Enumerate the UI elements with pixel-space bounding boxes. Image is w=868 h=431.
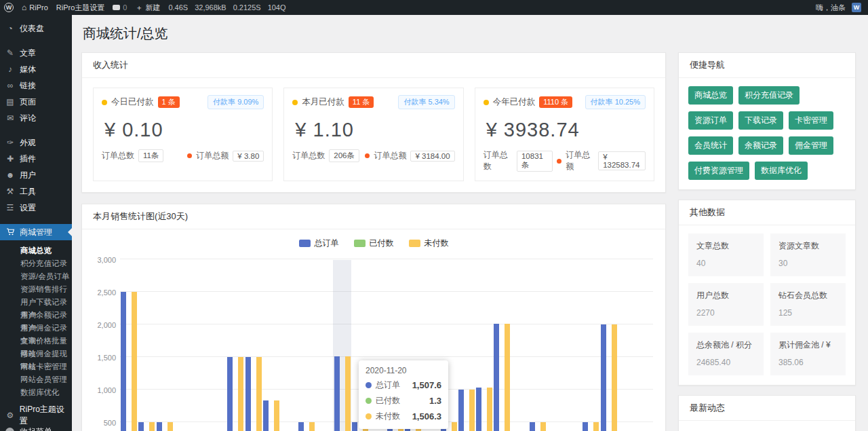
chart-plot-area[interactable]: 05001,0001,5002,0002,5003,0002020-11-20总… [120, 260, 653, 431]
data-stat-value: 2270 [696, 308, 755, 318]
site-menu[interactable]: ⌂ RiPro [22, 0, 48, 15]
bar-group[interactable] [298, 260, 315, 431]
card-footer: 订单总数11条订单总额¥ 3.80 [102, 149, 264, 162]
chart-panel-title: 本月销售统计图(近30天) [82, 204, 665, 229]
legend-item[interactable]: 已付数 [354, 238, 394, 249]
quick-nav-button[interactable]: 资源订单 [688, 111, 733, 130]
theme-settings-menu[interactable]: RiPro主题设置 [56, 0, 105, 15]
bar-group[interactable] [618, 260, 635, 431]
amount-total-label: 订单总额 [374, 150, 406, 162]
sidebar-item-label: 链接 [20, 80, 36, 92]
sidebar-item-shop[interactable]: 商城管理 [0, 224, 72, 240]
quick-nav-button[interactable]: 积分充值记录 [738, 86, 800, 105]
bar-group[interactable] [582, 260, 599, 431]
submenu-item[interactable]: 资源销售排行 [0, 283, 72, 296]
bar-group[interactable] [315, 260, 333, 431]
bar-group[interactable] [475, 260, 493, 431]
chart-tooltip: 2020-11-20总订单1,507.6已付数1.3未付数1,506.3 [359, 360, 448, 429]
new-content-menu[interactable]: ＋ 新建 [135, 0, 160, 15]
perf-stat: 32,968kB [195, 3, 226, 12]
status-dot-icon [484, 100, 489, 105]
bar-group[interactable] [120, 260, 138, 431]
legend-item[interactable]: 总订单 [299, 238, 339, 249]
other-data-title: 其他数据 [679, 200, 855, 225]
bar-group[interactable] [547, 260, 564, 431]
bar-group[interactable] [564, 260, 582, 431]
pay-rate-badge: 付款率 10.25% [585, 95, 646, 109]
perf-stat: 104Q [268, 3, 286, 12]
sidebar-item-media[interactable]: ♪媒体 [0, 61, 72, 77]
sidebar-item-plugins[interactable]: ✚插件 [0, 151, 72, 167]
bar-group[interactable] [262, 260, 280, 431]
wordpress-menu[interactable]: W [4, 0, 14, 15]
submenu-item[interactable]: 积分充值记录 [0, 257, 72, 270]
bar-总订单 [298, 422, 304, 431]
status-dot-icon [187, 153, 192, 158]
bar-group[interactable] [529, 260, 547, 431]
submenu-item[interactable]: 用户余额记录查询 [0, 309, 72, 322]
sidebar-item-comments[interactable]: ✉评论 [0, 110, 72, 126]
quick-nav-button[interactable]: 会员统计 [688, 136, 733, 155]
sidebar-item-appearance[interactable]: ✑外观 [0, 134, 72, 151]
sidebar-item-users[interactable]: ☻用户 [0, 167, 72, 183]
submenu-item[interactable]: 资源/会员订单 [0, 270, 72, 283]
y-axis-label: 2,000 [89, 321, 116, 329]
bar-group[interactable] [191, 260, 209, 431]
bar-group[interactable] [244, 260, 262, 431]
sidebar-item-pages[interactable]: ▤页面 [0, 94, 72, 110]
orders-total-value: 206条 [329, 149, 359, 162]
bar-group[interactable] [599, 260, 617, 431]
income-panel: 收入统计 今日已付款1 条付款率 9.09%¥ 0.10订单总数11条订单总额¥… [81, 52, 666, 193]
bar-group[interactable] [511, 260, 528, 431]
y-axis-label: 1,500 [89, 354, 116, 362]
sidebar-item-tools[interactable]: ⚒工具 [0, 183, 72, 200]
performance-stats: 0.46S32,968kB0.2125S104Q [168, 3, 285, 12]
quick-nav-button[interactable]: 商城总览 [688, 86, 733, 105]
sidebar-item-label: 用户 [20, 170, 36, 181]
quick-nav-button[interactable]: 数据库优化 [755, 162, 808, 180]
sidebar-item-dashboard[interactable]: ◔仪表盘 [0, 20, 72, 37]
bar-group[interactable] [138, 260, 155, 431]
comments-menu[interactable]: 0 [113, 0, 127, 15]
legend-label: 已付数 [370, 238, 394, 249]
bar-总订单 [476, 388, 481, 431]
submenu-item[interactable]: 用户佣金记录查询 [0, 322, 72, 335]
bar-总订单 [121, 292, 126, 431]
quick-nav-button[interactable]: 付费资源管理 [688, 162, 749, 180]
bar-group[interactable] [209, 260, 226, 431]
sidebar-item-ripro-settings[interactable]: ⚙RiPro主题设置 [0, 407, 72, 424]
legend-item[interactable]: 未付数 [409, 238, 449, 249]
orders-total-value: 11条 [138, 149, 163, 162]
sidebar-item-links[interactable]: ∞链接 [0, 77, 72, 94]
sidebar-item-posts[interactable]: ✎文章 [0, 45, 72, 61]
submenu-item[interactable]: 用户下载记录查询 [0, 296, 72, 309]
submenu-item[interactable]: 网站卡密管理 [0, 360, 72, 373]
submenu-item[interactable]: 数据库优化 [0, 386, 72, 399]
bar-group[interactable] [155, 260, 173, 431]
quick-nav-button[interactable]: 卡密管理 [789, 111, 833, 130]
sidebar-menu: ◔仪表盘✎文章♪媒体∞链接▤页面✉评论✑外观✚插件☻用户⚒工具☲设置商城管理 [0, 20, 72, 240]
bar-group[interactable] [493, 260, 511, 431]
submenu-item[interactable]: 网站佣金提现审核 [0, 348, 72, 360]
status-dot-icon [365, 153, 370, 158]
submenu-item[interactable]: 商城总览 [0, 244, 72, 257]
quick-nav-button[interactable]: 余额记录 [738, 136, 783, 155]
bar-总订单 [583, 422, 588, 431]
bar-group[interactable] [333, 260, 351, 431]
users-icon: ☻ [5, 171, 15, 179]
quick-nav-button[interactable]: 下载记录 [738, 111, 783, 130]
bar-group[interactable] [635, 260, 653, 431]
sidebar-item-collapse-menu[interactable]: ◀收起菜单 [0, 424, 72, 431]
bar-group[interactable] [226, 260, 244, 431]
bar-group[interactable] [458, 260, 475, 431]
data-stat-label: 累计佣金池 / ¥ [778, 339, 837, 351]
submenu-item[interactable]: 文章价格批量修改 [0, 335, 72, 348]
account-menu[interactable]: 嗨，油条 W [816, 0, 861, 15]
card-title: 今年已付款 [493, 96, 536, 108]
bar-group[interactable] [280, 260, 298, 431]
tooltip-row: 已付数1.3 [366, 395, 441, 407]
quick-nav-button[interactable]: 佣金管理 [789, 136, 833, 155]
bar-group[interactable] [174, 260, 191, 431]
sidebar-item-settings[interactable]: ☲设置 [0, 200, 72, 216]
submenu-item[interactable]: 网站会员管理 [0, 373, 72, 386]
